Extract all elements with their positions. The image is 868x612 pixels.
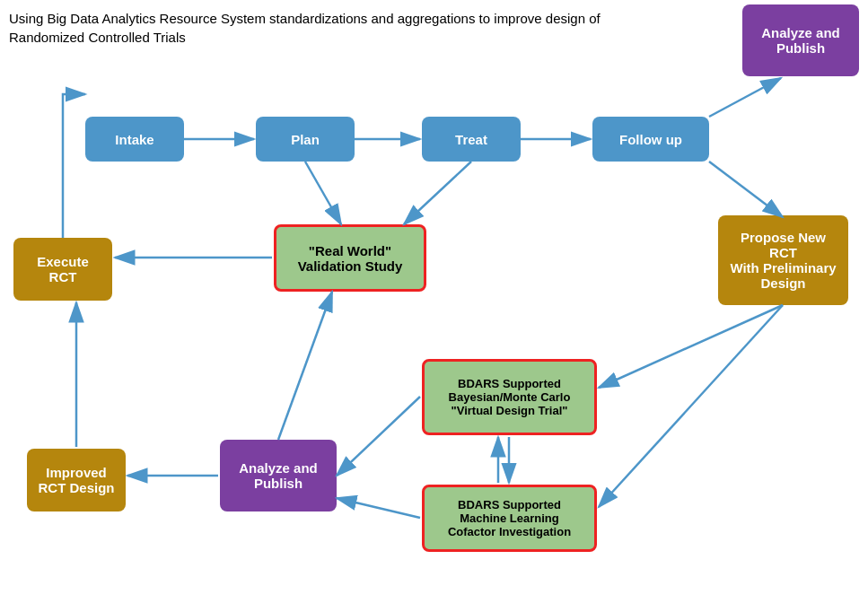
svg-line-12 — [337, 498, 420, 518]
svg-line-6 — [709, 162, 783, 217]
page-title: Using Big Data Analytics Resource System… — [9, 9, 673, 47]
execute-rct-box: ExecuteRCT — [13, 238, 112, 301]
svg-line-5 — [709, 78, 781, 117]
analyze-publish-bottom-box: Analyze andPublish — [220, 440, 337, 511]
plan-box: Plan — [256, 117, 355, 162]
improved-rct-box: ImprovedRCT Design — [27, 449, 126, 511]
treat-box: Treat — [422, 117, 521, 162]
svg-line-8 — [599, 305, 783, 507]
svg-line-11 — [337, 397, 420, 476]
svg-line-18 — [278, 292, 332, 440]
propose-new-rct-box: Propose New RCTWith PreliminaryDesign — [718, 215, 848, 305]
intake-box: Intake — [85, 117, 184, 162]
svg-line-7 — [599, 305, 783, 388]
bdars-bayesian-box: BDARS SupportedBayesian/Monte Carlo"Virt… — [422, 359, 597, 435]
real-world-box: "Real World"Validation Study — [274, 224, 426, 292]
svg-line-15 — [305, 162, 341, 224]
svg-line-16 — [404, 162, 471, 224]
analyze-publish-top-box: Analyze andPublish — [742, 4, 859, 76]
follow-up-box: Follow up — [592, 117, 709, 162]
bdars-ml-box: BDARS SupportedMachine LearningCofactor … — [422, 485, 597, 552]
